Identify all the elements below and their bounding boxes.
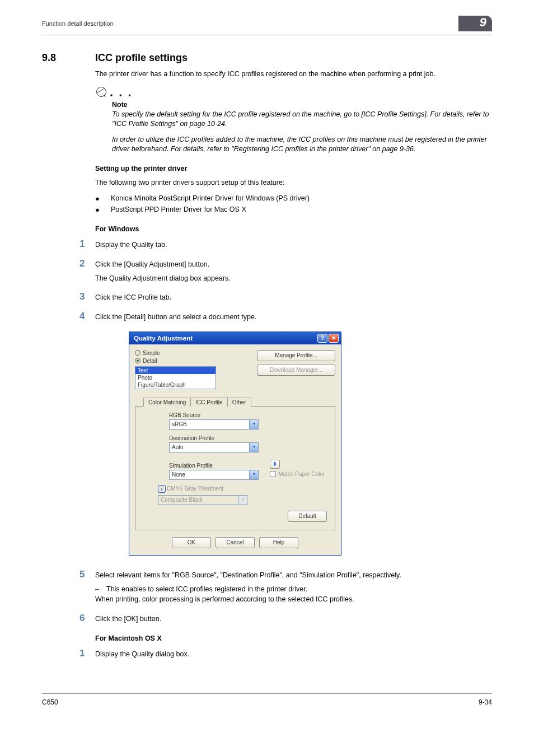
- step-number: 1: [79, 648, 95, 659]
- note-paragraph-2: In order to utilize the ICC profiles add…: [112, 135, 492, 155]
- radio-simple[interactable]: Simple: [135, 350, 216, 356]
- running-head: Function detail description: [42, 16, 114, 27]
- subhead-mac: For Macintosh OS X: [95, 634, 492, 642]
- simulation-profile-combo[interactable]: None ▾: [169, 470, 259, 480]
- manage-profile-button[interactable]: Manage Profile...: [257, 350, 335, 361]
- match-paper-color-label: Match Paper Color: [278, 471, 325, 477]
- download-manager-button[interactable]: Download Manager...: [257, 365, 335, 376]
- rgb-source-value: sRGB: [172, 421, 187, 427]
- titlebar-help-button[interactable]: ?: [317, 334, 327, 343]
- step-number: 2: [79, 258, 95, 269]
- step-number: 5: [79, 569, 95, 580]
- footer-page: 9-34: [479, 698, 492, 706]
- bullet-text: PostScript PPD Printer Driver for Mac OS…: [111, 204, 246, 216]
- rgb-source-label: RGB Source: [169, 412, 327, 418]
- bullet-dot-icon: ●: [95, 204, 111, 216]
- bullet-dot-icon: ●: [95, 193, 111, 204]
- chevron-down-icon: ▾: [249, 443, 258, 452]
- step-number: 6: [79, 613, 95, 624]
- step-text: Click the ICC Profile tab.: [95, 292, 492, 303]
- chevron-down-icon: ▾: [238, 496, 247, 505]
- step-number: 1: [79, 239, 95, 250]
- note-ellipsis: . . .: [110, 85, 133, 99]
- step-text: Click the [OK] button.: [95, 614, 492, 624]
- bullet-item: ● Konica Minolta PostScript Printer Driv…: [95, 193, 492, 204]
- step-number: 4: [79, 311, 95, 322]
- step-text: Display the Quality tab.: [95, 240, 492, 250]
- rgb-source-combo[interactable]: sRGB ▾: [169, 419, 259, 430]
- bullet-item: ● PostScript PPD Printer Driver for Mac …: [95, 204, 492, 216]
- cmyk-gray-label: CMYK Gray Treatment: [167, 486, 223, 492]
- cmyk-gray-combo: Composite Black ▾: [158, 495, 247, 505]
- tab-icc-profile[interactable]: ICC Profile: [190, 398, 227, 407]
- note-paragraph-1: To specify the default setting for the I…: [112, 110, 492, 129]
- doctype-listbox[interactable]: Text Photo Figure/Table/Graph: [135, 366, 216, 389]
- help-button[interactable]: Help: [259, 537, 298, 548]
- chapter-badge: 9: [458, 16, 492, 31]
- list-item[interactable]: Photo: [135, 374, 216, 381]
- step-dash-text: This enables to select ICC profiles regi…: [106, 584, 307, 595]
- list-item[interactable]: Figure/Table/Graph: [135, 381, 216, 389]
- step-text: Click the [Quality Adjustment] button.: [95, 259, 492, 270]
- list-item[interactable]: Text: [135, 367, 216, 374]
- step-number: 3: [79, 291, 95, 302]
- cmyk-gray-value: Composite Black: [161, 497, 203, 503]
- section-number: 9.8: [42, 52, 95, 64]
- quality-adjustment-dialog: Quality Adjustment ? ✕ Simple Detail: [129, 332, 341, 556]
- radio-detail[interactable]: Detail: [135, 358, 216, 364]
- note-block: . . . Note To specify the default settin…: [95, 85, 492, 155]
- dialog-title: Quality Adjustment: [134, 335, 193, 342]
- destination-profile-combo[interactable]: Auto ▾: [169, 442, 259, 452]
- tab-other[interactable]: Other: [227, 398, 251, 407]
- destination-profile-label: Destination Profile: [169, 435, 327, 441]
- radio-detail-label: Detail: [143, 358, 157, 364]
- simulation-profile-value: None: [172, 472, 185, 478]
- chevron-down-icon: ▾: [249, 470, 258, 479]
- section-title: ICC profile settings: [95, 52, 188, 64]
- default-button[interactable]: Default: [288, 511, 327, 522]
- note-icon: [95, 86, 107, 100]
- destination-profile-value: Auto: [172, 444, 184, 450]
- bullet-text: Konica Minolta PostScript Printer Driver…: [111, 193, 310, 204]
- chevron-down-icon: ▾: [249, 420, 258, 429]
- step-text: Click the [Detail] button and select a d…: [95, 312, 492, 323]
- step-text: Select relevant items for "RGB Source", …: [95, 570, 492, 581]
- step-subtext: The Quality Adjustment dialog box appear…: [95, 273, 492, 284]
- tab-color-matching[interactable]: Color Matching: [143, 398, 191, 407]
- ok-button[interactable]: OK: [172, 537, 211, 548]
- note-label: Note: [112, 101, 492, 109]
- dash-icon: –: [95, 584, 106, 595]
- header-divider: [42, 35, 492, 35]
- simulation-config-button[interactable]: ⬍: [270, 460, 280, 469]
- step-subtext: When printing, color processing is perfo…: [95, 594, 492, 605]
- cancel-button[interactable]: Cancel: [216, 537, 255, 548]
- footer-model: C650: [42, 698, 58, 706]
- match-paper-color-checkbox[interactable]: Match Paper Color: [270, 471, 325, 477]
- radio-simple-label: Simple: [143, 350, 160, 356]
- step-text: Display the Quality dialog box.: [95, 649, 492, 660]
- titlebar-close-button[interactable]: ✕: [329, 334, 339, 343]
- subhead-windows: For Windows: [95, 225, 492, 233]
- subhead-setup: Setting up the printer driver: [95, 165, 492, 172]
- simulation-profile-label: Simulation Profile: [169, 463, 213, 469]
- info-icon[interactable]: i: [158, 485, 166, 493]
- setup-intro: The following two printer drivers suppor…: [95, 178, 492, 188]
- intro-paragraph: The printer driver has a function to spe…: [95, 69, 492, 80]
